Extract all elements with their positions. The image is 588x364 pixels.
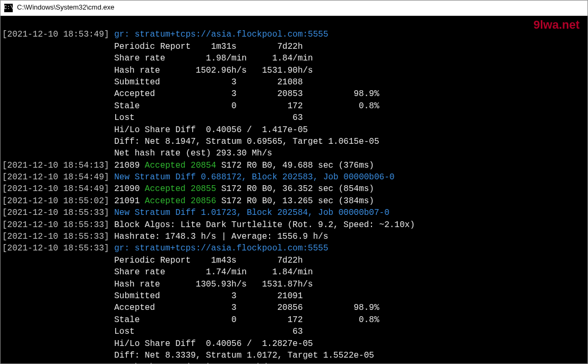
report-line: Submitted 3 21088 [114, 77, 302, 87]
indent [2, 101, 114, 111]
report-line: Hash rate 1305.93h/s 1531.87h/s [114, 280, 313, 289]
report-line: Accepted 3 20856 98.9% [114, 303, 379, 313]
report-line: Net hash rate (est) 293.30 Mh/s [114, 149, 272, 158]
report-line: Lost 63 [114, 113, 302, 123]
terminal-output[interactable]: [2021-12-10 18:53:49] gr: stratum+tcps:/… [0, 16, 588, 364]
pool-url: gr: stratum+tcps://asia.flockpool.com:55… [114, 244, 328, 253]
indent [2, 125, 114, 135]
indent [2, 280, 114, 289]
indent [2, 339, 114, 349]
window-titlebar[interactable]: C:\ C:\Windows\System32\cmd.exe [0, 0, 588, 16]
indent [2, 256, 114, 265]
timestamp: [2021-12-10 18:55:33] [2, 220, 109, 230]
report-line: Periodic Report 1m43s 7d22h [114, 256, 302, 265]
accepted-label: Accepted 20855 [145, 184, 216, 194]
block-algos: Block Algos: Lite Dark Turtlelite (Rot. … [114, 220, 415, 230]
timestamp: [2021-12-10 18:54:13] [2, 161, 109, 170]
timestamp: [2021-12-10 18:55:33] [2, 244, 109, 253]
cmd-icon: C:\ [4, 4, 13, 12]
indent [2, 327, 114, 336]
indent [2, 42, 114, 51]
pool-url: gr: stratum+tcps://asia.flockpool.com:55… [114, 30, 328, 39]
window-title: C:\Windows\System32\cmd.exe [17, 3, 115, 12]
indent [2, 89, 114, 99]
report-line: Submitted 3 21091 [114, 291, 302, 301]
indent [2, 137, 114, 146]
share-num: 21089 [114, 161, 145, 170]
timestamp: [2021-12-10 18:54:49] [2, 172, 109, 182]
report-line: Lost 63 [114, 327, 302, 336]
report-line: Share rate 1.74/min 1.84/min [114, 267, 313, 277]
timestamp: [2021-12-10 18:55:33] [2, 208, 109, 218]
report-line: Diff: Net 8.1947, Stratum 0.69565, Targe… [114, 137, 379, 146]
timestamp: [2021-12-10 18:53:49] [2, 30, 109, 39]
indent [2, 291, 114, 301]
timestamp: [2021-12-10 18:54:49] [2, 184, 109, 194]
share-num: 21090 [114, 184, 145, 194]
indent [2, 54, 114, 63]
indent [2, 267, 114, 277]
share-num: 21091 [114, 196, 145, 206]
report-line: Hash rate 1502.96h/s 1531.90h/s [114, 66, 313, 75]
indent [2, 113, 114, 123]
timestamp: [2021-12-10 18:55:33] [2, 232, 109, 241]
share-detail: S172 R0 B0, 49.688 sec (376ms) [216, 161, 374, 170]
indent [2, 303, 114, 313]
report-line: Periodic Report 1m31s 7d22h [114, 42, 302, 51]
timestamp: [2021-12-10 18:55:02] [2, 196, 109, 206]
report-line: Accepted 3 20853 98.9% [114, 89, 379, 99]
share-detail: S172 R0 B0, 36.352 sec (854ms) [216, 184, 374, 194]
stratum-diff: New Stratum Diff 1.01723, Block 202584, … [114, 208, 389, 218]
report-line: Diff: Net 8.3339, Stratum 1.0172, Target… [114, 351, 374, 360]
share-detail: S172 R0 B0, 13.265 sec (384ms) [216, 196, 374, 206]
accepted-label: Accepted 20854 [145, 161, 216, 170]
stratum-diff: New Stratum Diff 0.688172, Block 202583,… [114, 172, 394, 182]
report-line: Share rate 1.98/min 1.84/min [114, 54, 313, 63]
indent [2, 77, 114, 87]
indent [2, 351, 114, 360]
indent [2, 66, 114, 75]
report-line: Stale 0 172 0.8% [114, 315, 379, 325]
report-line: Stale 0 172 0.8% [114, 101, 379, 111]
report-line: Hi/Lo Share Diff 0.40056 / 1.417e-05 [114, 125, 308, 135]
hashrate-line: Hashrate: 1748.3 h/s | Average: 1556.9 h… [114, 232, 328, 241]
indent [2, 149, 114, 158]
accepted-label: Accepted 20856 [145, 196, 216, 206]
indent [2, 315, 114, 325]
watermark-text: 9lwa.net [533, 17, 580, 33]
report-line: Hi/Lo Share Diff 0.40056 / 1.2827e-05 [114, 339, 313, 349]
